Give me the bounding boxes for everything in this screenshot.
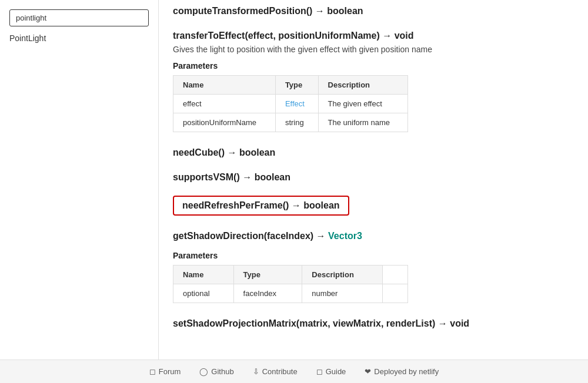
parameters-label-1: Parameters (173, 61, 574, 70)
col-type: Type (233, 266, 302, 284)
footer-forum[interactable]: ◻ Forum (149, 367, 181, 376)
effect-type-link[interactable]: Effect (285, 99, 305, 108)
parameters-table-2: Name Type Description optional faceIndex… (173, 265, 408, 303)
guide-icon: ◻ (316, 367, 323, 376)
param-optional: optional (173, 284, 234, 303)
sidebar: PointLight (0, 0, 159, 360)
method-computeTransformedPosition: computeTransformedPosition() → boolean (173, 0, 574, 20)
param-description (382, 284, 407, 303)
method-needCube: needCube() → boolean (173, 142, 574, 162)
sidebar-item-pointlight[interactable]: PointLight (9, 33, 149, 43)
param-name: positionUniformName (173, 113, 276, 132)
param-type: Effect (275, 95, 318, 113)
heart-icon: ❤ (365, 367, 371, 376)
method-setShadowProjectionMatrix: setShadowProjectionMatrix(matrix, viewMa… (173, 313, 574, 332)
col-name: Name (173, 266, 234, 284)
method-description: Gives the light to position with the giv… (173, 45, 574, 54)
vector3-return-link[interactable]: Vector3 (328, 231, 362, 241)
param-name: faceIndex (233, 284, 302, 303)
param-type: string (275, 113, 318, 132)
forum-icon: ◻ (149, 367, 156, 376)
param-description: The given effect (318, 95, 407, 113)
contribute-icon: ⇩ (253, 367, 259, 376)
param-type: number (302, 284, 383, 303)
main-content: computeTransformedPosition() → boolean t… (159, 0, 588, 360)
param-name: effect (173, 95, 276, 113)
search-input[interactable] (9, 9, 149, 26)
param-description: The uniform name (318, 113, 407, 132)
col-name: Name (173, 76, 276, 95)
col-description: Description (302, 266, 383, 284)
table-row: optional faceIndex number (173, 284, 408, 303)
table-row: positionUniformName string The uniform n… (173, 113, 408, 132)
footer-github[interactable]: ◯ Github (199, 367, 233, 376)
footer-netlify[interactable]: ❤ Deployed by netlify (365, 367, 439, 376)
parameters-label-2: Parameters (173, 251, 574, 260)
github-icon: ◯ (199, 367, 208, 376)
method-needRefreshPerFrame: needRefreshPerFrame() → boolean (173, 191, 574, 220)
method-transferToEffect: transferToEffect(effect, positionUniform… (173, 25, 574, 132)
table-row: effect Effect The given effect (173, 95, 408, 113)
col-description: Description (318, 76, 407, 95)
method-supportsVSM: supportsVSM() → boolean (173, 166, 574, 186)
parameters-table-1: Name Type Description effect Effect The … (173, 75, 408, 132)
method-getShadowDirection: getShadowDirection(faceIndex) → Vector3 … (173, 225, 574, 303)
footer-contribute[interactable]: ⇩ Contribute (253, 367, 298, 376)
footer: ◻ Forum ◯ Github ⇩ Contribute ◻ Guide ❤ … (0, 360, 588, 383)
method-highlighted-name[interactable]: needRefreshPerFrame() → boolean (173, 196, 349, 216)
footer-guide[interactable]: ◻ Guide (316, 367, 346, 376)
col-type: Type (275, 76, 318, 95)
